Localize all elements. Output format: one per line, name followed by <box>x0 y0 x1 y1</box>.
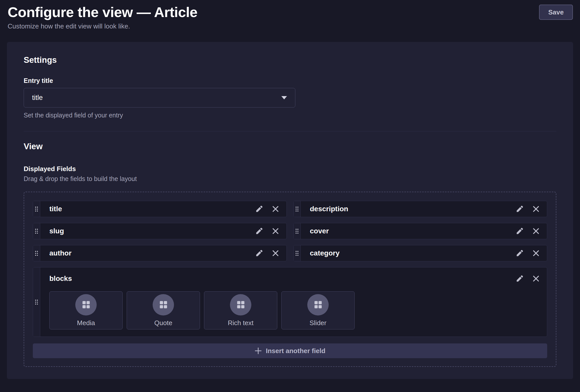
field-row-blocks: blocks <box>33 267 547 337</box>
fields-dropzone: title description <box>24 192 556 367</box>
pencil-icon <box>255 249 263 257</box>
field-row-content: description <box>301 201 547 217</box>
close-icon <box>532 227 540 235</box>
chevron-down-icon <box>281 96 287 99</box>
close-icon <box>271 205 280 213</box>
component-card-quote[interactable]: Quote <box>127 291 200 329</box>
drag-dots-icon <box>35 229 38 234</box>
field-label: cover <box>310 227 509 235</box>
settings-section-title: Settings <box>24 55 556 65</box>
field-row-title: title <box>33 201 287 217</box>
drag-dots-icon <box>35 206 38 212</box>
main-card: Settings Entry title title Set the displ… <box>7 42 573 379</box>
field-row-content: category <box>301 245 547 261</box>
grid-icon <box>236 300 245 309</box>
drag-dots-icon <box>295 251 299 256</box>
field-row-cover: cover <box>293 223 547 239</box>
close-icon <box>532 249 540 257</box>
field-row-author: author <box>33 245 287 261</box>
drag-dots-icon <box>295 206 299 212</box>
edit-field-button[interactable] <box>253 203 265 215</box>
close-icon <box>532 275 540 283</box>
edit-field-button[interactable] <box>253 225 265 237</box>
component-icon-circle <box>230 294 251 315</box>
field-label: slug <box>49 227 249 235</box>
pencil-icon <box>255 227 263 235</box>
remove-field-button[interactable] <box>270 225 281 237</box>
drag-handle[interactable] <box>33 245 40 261</box>
component-list: Media Quote <box>49 291 542 329</box>
field-row-slug: slug <box>33 223 287 239</box>
field-label: description <box>310 205 509 213</box>
field-label: blocks <box>49 275 509 283</box>
blocks-content: blocks <box>40 267 547 337</box>
field-label: author <box>49 249 249 257</box>
field-label: title <box>49 205 249 213</box>
drag-dots-icon <box>295 229 299 234</box>
edit-field-button[interactable] <box>514 247 526 259</box>
pencil-icon <box>255 205 263 213</box>
component-icon-circle <box>75 294 97 315</box>
insert-field-button[interactable]: Insert another field <box>33 343 547 358</box>
field-row-description: description <box>293 201 547 217</box>
fields-grid: title description <box>33 201 547 337</box>
configure-view-page: Configure the view — Article Customize h… <box>0 0 580 392</box>
pencil-icon <box>516 205 524 213</box>
pencil-icon <box>516 227 524 235</box>
displayed-fields-title: Displayed Fields <box>24 165 556 173</box>
component-label: Rich text <box>228 319 253 327</box>
component-label: Slider <box>310 319 326 327</box>
pencil-icon <box>516 249 524 257</box>
component-icon-circle <box>307 294 329 315</box>
remove-field-button[interactable] <box>530 225 542 237</box>
header-text: Configure the view — Article Customize h… <box>8 4 197 30</box>
close-icon <box>271 249 280 257</box>
edit-field-button[interactable] <box>514 225 526 237</box>
grid-icon <box>314 300 323 309</box>
field-row-content: slug <box>40 223 286 239</box>
edit-field-button[interactable] <box>514 203 526 215</box>
edit-field-button[interactable] <box>253 247 265 259</box>
entry-title-hint: Set the displayed field of your entry <box>24 112 556 119</box>
entry-title-select-value: title <box>32 94 43 102</box>
remove-field-button[interactable] <box>270 203 281 215</box>
entry-title-label: Entry title <box>24 77 556 84</box>
drag-dots-icon <box>35 299 38 305</box>
blocks-header: blocks <box>49 272 542 286</box>
drag-handle[interactable] <box>33 223 40 239</box>
field-label: category <box>310 249 509 257</box>
pencil-icon <box>516 275 524 283</box>
remove-field-button[interactable] <box>530 203 542 215</box>
displayed-fields-subtitle: Drag & drop the fields to build the layo… <box>24 175 556 183</box>
view-section-title: View <box>24 142 556 151</box>
field-row-category: category <box>293 245 547 261</box>
grid-icon <box>159 300 168 309</box>
component-card-media[interactable]: Media <box>49 291 123 329</box>
drag-handle[interactable] <box>33 201 40 217</box>
remove-field-button[interactable] <box>530 273 542 284</box>
drag-handle[interactable] <box>33 267 40 337</box>
field-row-content: author <box>40 245 286 261</box>
plus-icon <box>255 347 262 354</box>
component-card-slider[interactable]: Slider <box>281 291 355 329</box>
drag-dots-icon <box>35 251 38 256</box>
drag-handle[interactable] <box>294 223 301 239</box>
drag-handle[interactable] <box>294 201 301 217</box>
remove-field-button[interactable] <box>270 247 281 259</box>
edit-field-button[interactable] <box>514 273 526 284</box>
component-label: Media <box>77 319 95 327</box>
close-icon <box>271 227 280 235</box>
save-button[interactable]: Save <box>539 5 573 20</box>
remove-field-button[interactable] <box>530 247 542 259</box>
page-title: Configure the view — Article <box>8 4 197 20</box>
component-icon-circle <box>153 294 174 315</box>
page-subtitle: Customize how the edit view will look li… <box>8 22 197 30</box>
grid-icon <box>82 300 91 309</box>
entry-title-select[interactable]: title <box>24 88 295 108</box>
field-row-content: title <box>40 201 286 217</box>
page-header: Configure the view — Article Customize h… <box>0 0 580 30</box>
component-card-rich-text[interactable]: Rich text <box>204 291 277 329</box>
section-divider <box>24 131 556 131</box>
insert-field-label: Insert another field <box>266 347 325 355</box>
drag-handle[interactable] <box>294 245 301 261</box>
